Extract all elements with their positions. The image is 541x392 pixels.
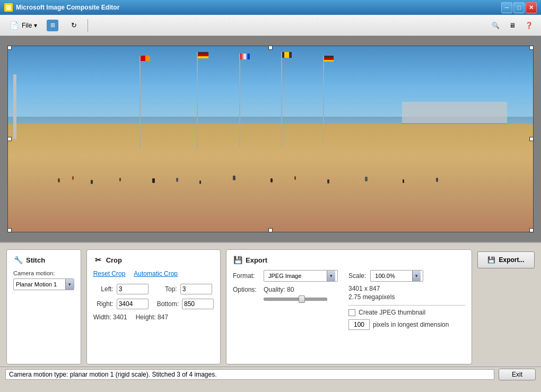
exit-label: Exit xyxy=(512,371,522,378)
crop-dims: Width: 3401 Height: 847 xyxy=(93,313,214,321)
scale-select[interactable]: 100.0% ▾ xyxy=(370,270,423,282)
panorama-container[interactable] xyxy=(7,46,534,232)
flag-3 xyxy=(240,54,250,59)
format-label: Format: xyxy=(233,272,259,280)
camera-motion-arrow: ▾ xyxy=(65,279,74,290)
export-button-panel: 💾 Export... xyxy=(477,249,535,364)
options-label: Options: xyxy=(233,286,259,293)
export-content: Format: JPEG Image ▾ Options: Quality: 8… xyxy=(233,270,465,330)
quality-slider[interactable] xyxy=(264,298,327,301)
flag-pole-1 xyxy=(139,56,141,149)
crop-panel: ✂ Crop Reset Crop Automatic Crop Left: T… xyxy=(86,249,221,364)
scale-label: Scale: xyxy=(348,272,366,280)
stitch-icon: ⊞ xyxy=(47,20,58,31)
options-row: Options: Quality: 80 xyxy=(233,286,338,293)
status-text-box: Camera motion type: planar motion 1 (rig… xyxy=(5,369,494,380)
file-label: File xyxy=(22,22,32,29)
format-arrow: ▾ xyxy=(327,271,335,281)
left-input[interactable] xyxy=(117,284,149,294)
export-main-button[interactable]: 💾 Export... xyxy=(477,251,535,268)
maximize-button[interactable]: □ xyxy=(513,2,525,13)
panorama-image xyxy=(8,46,533,232)
app-icon: 🖼 xyxy=(4,3,13,12)
file-arrow: ▾ xyxy=(34,22,37,29)
search-icon: 🔍 xyxy=(492,22,500,29)
motion-tool-button[interactable]: ↻ xyxy=(64,18,83,33)
dimensions-text: 3401 x 847 xyxy=(348,285,465,292)
export-left: Format: JPEG Image ▾ Options: Quality: 8… xyxy=(233,270,338,330)
crop-panel-icon: ✂ xyxy=(93,255,103,265)
toolbar-right: 🔍 🖥 ❓ xyxy=(488,18,537,33)
export-btn-icon: 💾 xyxy=(487,256,495,264)
toolbar-separator-1 xyxy=(88,19,88,32)
scale-value: 100.0% xyxy=(373,273,412,279)
export-panel: 💾 Export Format: JPEG Image ▾ Options: Q… xyxy=(226,249,472,364)
crop-handle-bottom-right[interactable] xyxy=(529,228,534,232)
crop-handle-bottom-left[interactable] xyxy=(7,228,12,232)
help-icon: ❓ xyxy=(525,22,533,29)
crop-handle-middle-right[interactable] xyxy=(529,137,534,141)
pier-layer xyxy=(402,102,507,124)
format-select[interactable]: JPEG Image ▾ xyxy=(264,270,338,282)
view-button[interactable]: 🖥 xyxy=(505,18,519,33)
stitch-panel-title: 🔧 Stitch xyxy=(13,255,74,265)
file-icon: 📄 xyxy=(8,20,20,31)
minimize-button[interactable]: ─ xyxy=(501,2,512,13)
automatic-crop-button[interactable]: Automatic Crop xyxy=(134,270,178,277)
height-display: Height: 847 xyxy=(136,313,168,321)
status-text: Camera motion type: planar motion 1 (rig… xyxy=(9,371,217,378)
people-layer xyxy=(34,158,507,186)
reset-crop-button[interactable]: Reset Crop xyxy=(93,270,126,277)
crop-handle-bottom-center[interactable] xyxy=(268,228,273,232)
camera-motion-select[interactable]: Planar Motion 1 ▾ xyxy=(13,278,74,290)
flag-pole-3 xyxy=(239,54,240,146)
camera-motion-value: Planar Motion 1 xyxy=(14,281,65,288)
stitch-tool-button[interactable]: ⊞ xyxy=(43,18,62,33)
top-label: Top: xyxy=(157,285,177,293)
window-controls: ─ □ ✕ xyxy=(501,2,537,13)
status-bar: Camera motion type: planar motion 1 (rig… xyxy=(0,367,541,381)
window-title: Microsoft Image Composite Editor xyxy=(16,4,501,11)
file-menu-button[interactable]: 📄 File ▾ xyxy=(4,18,41,33)
exit-button[interactable]: Exit xyxy=(499,369,536,380)
motion-icon: ↻ xyxy=(68,20,80,31)
toolbar: 📄 File ▾ ⊞ ↻ 🔍 🖥 ❓ xyxy=(0,15,541,36)
crop-fields: Left: Top: Right: Bottom: xyxy=(93,284,214,309)
right-label: Right: xyxy=(93,300,114,308)
width-display: Width: 3401 xyxy=(93,313,127,321)
stitch-panel: 🔧 Stitch Camera motion: Planar Motion 1 … xyxy=(6,249,81,364)
export-panel-title: 💾 Export xyxy=(233,255,465,265)
close-button[interactable]: ✕ xyxy=(526,2,537,13)
stitch-panel-icon: 🔧 xyxy=(13,255,23,265)
crop-panel-title: ✂ Crop xyxy=(93,255,214,265)
flag-5 xyxy=(324,56,334,62)
scale-arrow: ▾ xyxy=(412,271,421,281)
crop-handle-top-center[interactable] xyxy=(268,46,273,50)
crop-handle-top-right[interactable] xyxy=(529,46,534,50)
left-label: Left: xyxy=(93,285,114,293)
pixels-label: pixels in longest dimension xyxy=(373,321,449,328)
flag-pole-4 xyxy=(281,52,282,149)
crop-links: Reset Crop Automatic Crop xyxy=(93,270,214,277)
bottom-field-row: Bottom: xyxy=(157,299,214,309)
scale-row: Scale: 100.0% ▾ xyxy=(348,270,465,282)
flag-1 xyxy=(141,56,150,61)
crop-handle-top-left[interactable] xyxy=(7,46,12,50)
search-button[interactable]: 🔍 xyxy=(488,18,503,33)
lighthouse xyxy=(13,74,16,140)
panels-row: 🔧 Stitch Camera motion: Planar Motion 1 … xyxy=(0,243,541,364)
thumbnail-checkbox[interactable] xyxy=(348,309,355,316)
top-input[interactable] xyxy=(180,284,212,294)
right-input[interactable] xyxy=(117,299,149,309)
bottom-input[interactable] xyxy=(182,299,214,309)
pixels-input[interactable] xyxy=(348,319,370,330)
crop-handle-middle-left[interactable] xyxy=(7,137,12,141)
flag-pole-5 xyxy=(323,56,324,145)
camera-motion-label: Camera motion: xyxy=(13,270,74,276)
thumbnail-checkbox-row: Create JPEG thumbnail xyxy=(348,309,465,316)
help-button[interactable]: ❓ xyxy=(521,18,537,33)
canvas-area[interactable] xyxy=(0,36,541,243)
format-value: JPEG Image xyxy=(266,273,327,279)
title-bar: 🖼 Microsoft Image Composite Editor ─ □ ✕ xyxy=(0,0,541,15)
thumbnail-label: Create JPEG thumbnail xyxy=(359,309,425,316)
